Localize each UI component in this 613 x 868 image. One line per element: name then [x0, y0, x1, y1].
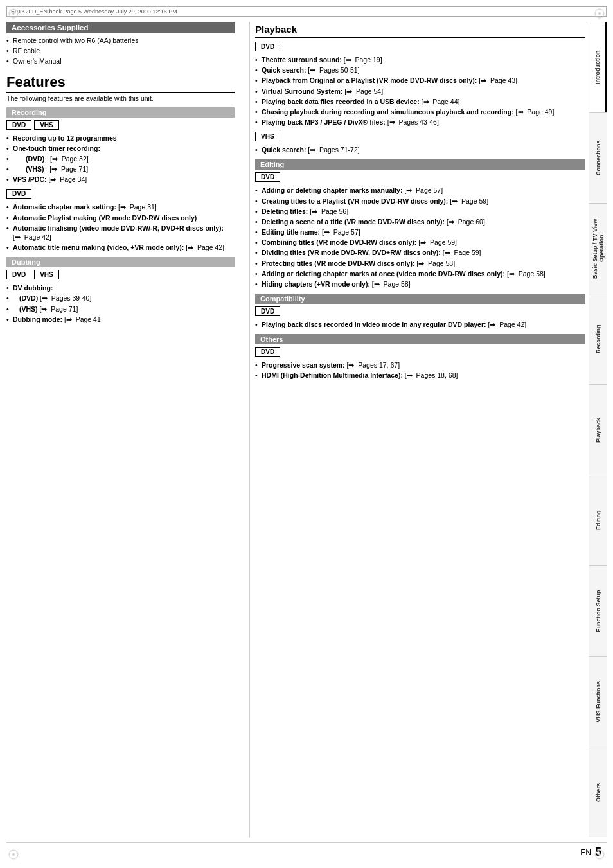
- dvd-badge: DVD: [255, 172, 280, 182]
- others-title: Others: [255, 334, 585, 344]
- list-item: HDMI (High-Definition Multimedia Interfa…: [255, 371, 585, 380]
- dvd-badge: DVD: [6, 270, 31, 279]
- recording-title: Recording: [6, 107, 235, 118]
- dvd-badge-only: DVD: [6, 189, 31, 199]
- list-item: DV dubbing:: [6, 283, 235, 292]
- compat-dvd-badge-row: DVD: [255, 306, 585, 316]
- dvd-badge: DVD: [255, 347, 280, 357]
- sidebar-tabs: Introduction Connections Basic Setup / T…: [589, 22, 607, 837]
- list-item: Playing back MP3 / JPEG / DivX® files: […: [255, 118, 585, 127]
- compatibility-section: Compatibility DVD Playing back discs rec…: [255, 294, 585, 329]
- list-item: Playing back discs recorded in video mod…: [255, 320, 585, 329]
- corner-mark-tr: [594, 8, 605, 19]
- list-item: Combining titles (VR mode DVD-RW discs o…: [255, 238, 585, 247]
- features-heading: Features: [6, 74, 235, 93]
- list-item: (VHS) [➡ Page 71]: [6, 305, 235, 314]
- playback-dvd-badge-row: DVD: [255, 42, 585, 51]
- list-item: Automatic title menu making (video, +VR …: [6, 243, 235, 252]
- vhs-badge: VHS: [34, 120, 59, 130]
- list-item: Playing back data files recorded in a US…: [255, 97, 585, 106]
- tab-editing[interactable]: Editing: [589, 475, 607, 565]
- list-item: Recording up to 12 programmes: [6, 134, 235, 143]
- list-item: Deleting a scene of a title (VR mode DVD…: [255, 217, 585, 226]
- vhs-badge: VHS: [255, 132, 280, 141]
- playback-list: Theatre surround sound: [➡ Page 19] Quic…: [255, 55, 585, 127]
- footer-en: EN: [580, 848, 591, 857]
- tab-connections[interactable]: Connections: [589, 112, 607, 203]
- list-item: Quick search: [➡ Pages 71-72]: [255, 145, 585, 154]
- dubbing-section: Dubbing DVD VHS DV dubbing: (DVD) [➡ Pag…: [6, 257, 235, 324]
- features-section: Features The following features are avai…: [6, 74, 235, 324]
- dubbing-list: DV dubbing: (DVD) [➡ Pages 39-40] (VHS) …: [6, 283, 235, 324]
- list-item: Dividing titles (VR mode DVD-RW, DVD+RW …: [255, 248, 585, 257]
- accessories-title: Accessories Supplied: [6, 22, 235, 33]
- list-item: Protecting titles (VR mode DVD-RW discs …: [255, 259, 585, 268]
- editing-title: Editing: [255, 159, 585, 170]
- features-subtitle: The following features are available wit…: [6, 94, 235, 102]
- tab-recording[interactable]: Recording: [589, 294, 607, 384]
- compatibility-title: Compatibility: [255, 294, 585, 304]
- list-item: Owner's Manual: [6, 57, 235, 66]
- list-item: One-touch timer recording:: [6, 144, 235, 153]
- list-item: Hiding chapters (+VR mode only): [➡ Page…: [255, 279, 585, 288]
- svg-point-5: [12, 853, 15, 856]
- playback-title: Playback: [255, 22, 585, 38]
- dubbing-badges: DVD VHS: [6, 270, 235, 279]
- list-item: VPS /PDC: [➡ Page 34]: [6, 175, 235, 184]
- playback-section: Playback DVD Theatre surround sound: [➡ …: [255, 22, 585, 154]
- list-item: Chasing playback during recording and si…: [255, 107, 585, 116]
- recording-list: Recording up to 12 programmes One-touch …: [6, 134, 235, 184]
- tab-vhs-functions[interactable]: VHS Functions: [589, 656, 607, 747]
- editing-list: Adding or deleting chapter marks manuall…: [255, 186, 585, 288]
- list-item: Creating titles to a Playlist (VR mode D…: [255, 197, 585, 206]
- list-item: (VHS) [➡ Page 71]: [6, 164, 235, 173]
- others-dvd-badge-row: DVD: [255, 347, 585, 357]
- tab-introduction[interactable]: Introduction: [589, 22, 607, 112]
- accessories-section: Accessories Supplied Remote control with…: [6, 22, 235, 66]
- recording-dvd-list: Automatic chapter mark setting: [➡ Page …: [6, 202, 235, 252]
- tab-function-setup[interactable]: Function Setup: [589, 565, 607, 656]
- accessories-list: Remote control with two R6 (AA) batterie…: [6, 36, 235, 66]
- corner-mark-bl: [8, 849, 19, 860]
- list-item: (DVD) [➡ Page 32]: [6, 154, 235, 163]
- corner-mark-tl: [8, 8, 19, 19]
- list-item: Adding or deleting chapter marks at once…: [255, 269, 585, 278]
- dvd-badge: DVD: [6, 120, 31, 130]
- playback-vhs-list: Quick search: [➡ Pages 71-72]: [255, 145, 585, 154]
- footer-bar: EN 5: [6, 842, 607, 862]
- playback-vhs-badge-row: VHS: [255, 132, 585, 141]
- others-section: Others DVD Progressive scan system: [➡ P…: [255, 334, 585, 380]
- left-column: Accessories Supplied Remote control with…: [6, 22, 244, 837]
- tab-playback[interactable]: Playback: [589, 384, 607, 475]
- list-item: (DVD) [➡ Pages 39-40]: [6, 294, 235, 303]
- list-item: RF cable: [6, 46, 235, 55]
- tab-basic-setup[interactable]: Basic Setup / TV View Operation: [589, 203, 607, 294]
- list-item: Quick search: [➡ Pages 50-51]: [255, 66, 585, 75]
- list-item: Progressive scan system: [➡ Pages 17, 67…: [255, 360, 585, 369]
- list-item: Adding or deleting chapter marks manuall…: [255, 186, 585, 195]
- dvd-badge: DVD: [255, 306, 280, 316]
- vhs-badge: VHS: [34, 270, 59, 279]
- svg-point-1: [12, 12, 15, 15]
- tab-others[interactable]: Others: [589, 747, 607, 837]
- svg-point-3: [598, 12, 601, 15]
- dvd-only-badge-row: DVD: [6, 189, 235, 199]
- list-item: Deleting titles: [➡ Page 56]: [255, 207, 585, 216]
- editing-section: Editing DVD Adding or deleting chapter m…: [255, 159, 585, 288]
- list-item: Remote control with two R6 (AA) batterie…: [6, 36, 235, 45]
- others-list: Progressive scan system: [➡ Pages 17, 67…: [255, 360, 585, 380]
- list-item: Theatre surround sound: [➡ Page 19]: [255, 55, 585, 64]
- list-item: Virtual Surround System: [➡ Page 54]: [255, 87, 585, 96]
- right-column: Playback DVD Theatre surround sound: [➡ …: [255, 22, 589, 837]
- header-text: E9TK2FD_EN.book Page 5 Wednesday, July 2…: [11, 8, 177, 15]
- main-layout: Accessories Supplied Remote control with…: [6, 22, 607, 837]
- list-item: Automatic Playlist making (VR mode DVD-R…: [6, 213, 235, 222]
- editing-dvd-badge-row: DVD: [255, 172, 585, 182]
- svg-point-7: [598, 853, 601, 856]
- list-item: Automatic chapter mark setting: [➡ Page …: [6, 202, 235, 211]
- compatibility-list: Playing back discs recorded in video mod…: [255, 320, 585, 329]
- list-item: Dubbing mode: [➡ Page 41]: [6, 315, 235, 324]
- page-wrapper: E9TK2FD_EN.book Page 5 Wednesday, July 2…: [0, 0, 613, 868]
- dubbing-title: Dubbing: [6, 257, 235, 267]
- header-bar: E9TK2FD_EN.book Page 5 Wednesday, July 2…: [6, 6, 607, 17]
